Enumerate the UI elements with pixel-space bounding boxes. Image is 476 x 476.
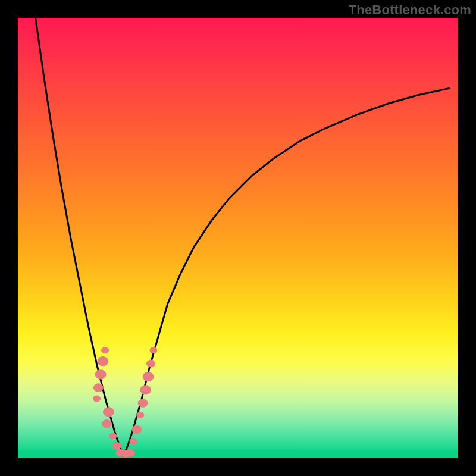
bead-right-3 xyxy=(140,386,151,394)
bead-left-7 xyxy=(109,433,117,439)
bead-bottom-2 xyxy=(126,449,134,456)
bead-left-8 xyxy=(113,442,121,449)
bead-group xyxy=(93,347,156,458)
bead-left-6 xyxy=(102,419,111,428)
right-arm-curve xyxy=(124,88,450,456)
plot-area xyxy=(18,18,458,458)
bead-left-3 xyxy=(93,384,103,392)
bead-left-5 xyxy=(103,408,114,416)
bead-left-4 xyxy=(93,396,100,402)
bead-left-0 xyxy=(102,347,109,353)
curve-svg xyxy=(18,18,458,458)
watermark-text: TheBottleneck.com xyxy=(349,2,471,18)
bead-right-6 xyxy=(132,425,142,434)
bead-right-5 xyxy=(137,412,144,418)
bead-right-1 xyxy=(146,360,155,367)
bead-left-2 xyxy=(95,370,106,379)
bead-left-1 xyxy=(98,357,108,366)
bead-right-2 xyxy=(143,372,154,381)
bead-right-0 xyxy=(150,347,157,353)
left-arm-curve xyxy=(36,18,124,456)
bead-right-4 xyxy=(138,399,148,408)
chart-frame: TheBottleneck.com xyxy=(0,0,476,476)
bead-right-7 xyxy=(130,439,137,444)
